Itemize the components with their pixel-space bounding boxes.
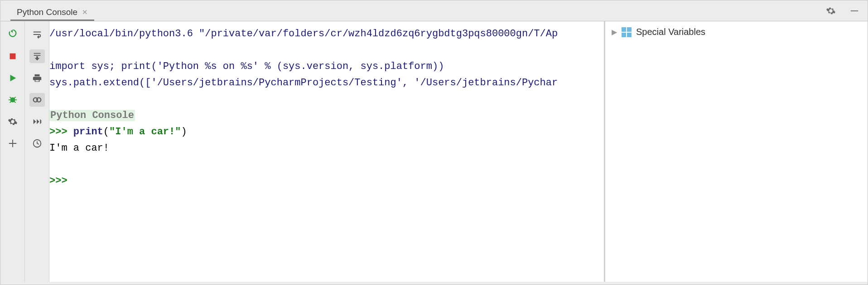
console-area: /usr/local/bin/python3.6 "/private/var/f… <box>49 21 868 282</box>
minimize-icon[interactable] <box>847 4 862 18</box>
prompt-empty: >>> <box>49 175 73 187</box>
history-exec-icon[interactable] <box>29 115 45 128</box>
code-fn: print <box>73 126 103 138</box>
footer-spacer <box>0 282 868 285</box>
python-console-toolwindow: Python Console ✕ <box>0 0 868 285</box>
special-variables-label: Special Variables <box>636 27 705 37</box>
toolwindow-body: /usr/local/bin/python3.6 "/private/var/f… <box>0 21 868 282</box>
close-icon[interactable]: ✕ <box>82 8 88 16</box>
svg-rect-1 <box>10 54 15 59</box>
settings-icon[interactable] <box>5 115 20 128</box>
svg-line-5 <box>10 97 11 98</box>
rerun-icon[interactable] <box>5 28 20 41</box>
variables-panel: ▶ Special Variables <box>604 21 868 282</box>
var-watch-icon[interactable] <box>29 93 45 107</box>
toolwindow-actions <box>823 0 862 21</box>
svg-line-6 <box>14 97 15 98</box>
code-str: "I'm a car!" <box>109 126 181 138</box>
console-output[interactable]: /usr/local/bin/python3.6 "/private/var/f… <box>49 21 604 282</box>
stop-icon[interactable] <box>5 49 20 63</box>
chevron-right-icon: ▶ <box>612 28 617 36</box>
svg-line-7 <box>10 102 11 103</box>
tab-python-console[interactable]: Python Console ✕ <box>10 5 94 21</box>
gear-icon[interactable] <box>823 4 839 18</box>
svg-rect-0 <box>851 10 858 11</box>
prompt: >>> <box>49 126 73 138</box>
special-variables-node[interactable]: ▶ Special Variables <box>612 27 861 37</box>
left-action-gutter <box>0 21 25 282</box>
variables-group-icon <box>622 27 632 37</box>
svg-line-8 <box>14 102 15 103</box>
history-icon[interactable] <box>29 137 45 150</box>
tab-strip: Python Console ✕ <box>0 0 868 21</box>
interpreter-line: /usr/local/bin/python3.6 "/private/var/f… <box>49 28 558 39</box>
code-open: ( <box>103 126 109 138</box>
code-close: ) <box>181 126 187 138</box>
stdout-line: I'm a car! <box>49 142 109 154</box>
debug-icon[interactable] <box>5 93 20 107</box>
right-action-gutter <box>25 21 49 282</box>
print-icon[interactable] <box>29 71 45 85</box>
tab-label: Python Console <box>17 7 77 17</box>
add-icon[interactable] <box>5 137 20 150</box>
syspath-line: sys.path.extend(['/Users/jetbrains/Pycha… <box>49 77 558 88</box>
run-icon[interactable] <box>5 71 20 85</box>
console-banner: Python Console <box>49 110 135 121</box>
scroll-to-end-icon[interactable] <box>29 49 45 63</box>
softwrap-icon[interactable] <box>29 28 45 41</box>
import-line: import sys; print('Python %s on %s' % (s… <box>49 61 444 72</box>
